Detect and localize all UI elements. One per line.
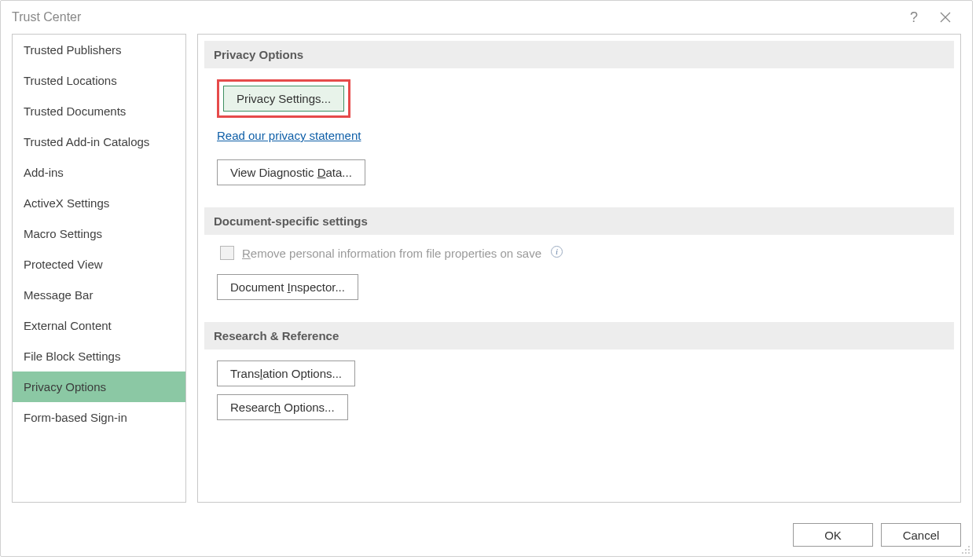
sidebar-item-privacy-options[interactable]: Privacy Options [13,372,185,402]
sidebar-item-trusted-publishers[interactable]: Trusted Publishers [13,35,185,65]
svg-point-3 [965,549,967,551]
sidebar-item-file-block-settings[interactable]: File Block Settings [13,341,185,372]
help-icon[interactable]: ? [898,2,930,33]
translation-options-button[interactable]: Translation Options... [217,361,355,386]
main-panel: Privacy Options Privacy Settings... Read… [197,34,961,503]
document-inspector-button[interactable]: Document Inspector... [217,274,358,300]
titlebar: Trust Center ? [1,1,972,34]
resize-grip-icon[interactable] [959,544,970,555]
dialog-body: Trusted Publishers Trusted Locations Tru… [1,34,972,517]
trust-center-dialog: Trust Center ? Trusted Publishers Truste… [0,0,973,557]
ok-button[interactable]: OK [793,523,873,547]
remove-personal-info-label: Remove personal information from file pr… [242,247,541,260]
section-body-research: Translation Options... Research Options.… [204,361,954,442]
cancel-button[interactable]: Cancel [881,523,961,547]
sidebar-item-message-bar[interactable]: Message Bar [13,280,185,310]
section-body-document-specific: Remove personal information from file pr… [204,246,954,322]
sidebar-item-activex-settings[interactable]: ActiveX Settings [13,188,185,218]
privacy-statement-link[interactable]: Read our privacy statement [217,129,361,142]
highlighted-privacy-settings: Privacy Settings... [217,79,350,118]
close-icon[interactable] [930,2,961,33]
section-body-privacy-options: Privacy Settings... Read our privacy sta… [204,79,954,207]
sidebar: Trusted Publishers Trusted Locations Tru… [12,34,186,503]
svg-point-7 [968,552,970,554]
sidebar-item-protected-view[interactable]: Protected View [13,249,185,280]
sidebar-item-addins[interactable]: Add-ins [13,157,185,188]
info-icon[interactable]: i [551,246,563,258]
window-title: Trust Center [12,10,81,24]
sidebar-item-trusted-locations[interactable]: Trusted Locations [13,65,185,96]
svg-point-4 [968,549,970,551]
sidebar-item-trusted-addin-catalogs[interactable]: Trusted Add-in Catalogs [13,126,185,157]
view-diagnostic-data-button[interactable]: View Diagnostic Data... [217,159,365,185]
research-options-button[interactable]: Research Options... [217,394,348,420]
section-header-privacy-options: Privacy Options [204,41,954,68]
sidebar-item-external-content[interactable]: External Content [13,310,185,341]
svg-point-6 [965,552,967,554]
remove-personal-info-checkbox [220,246,234,260]
privacy-settings-button[interactable]: Privacy Settings... [223,86,344,112]
footer-button-bar: OK Cancel [1,517,972,556]
remove-personal-info-checkbox-row: Remove personal information from file pr… [220,246,945,260]
svg-point-5 [962,552,963,554]
section-header-research: Research & Reference [204,322,954,350]
sidebar-item-trusted-documents[interactable]: Trusted Documents [13,96,185,126]
sidebar-item-macro-settings[interactable]: Macro Settings [13,218,185,249]
section-header-document-specific: Document-specific settings [204,207,954,235]
sidebar-item-form-based-signin[interactable]: Form-based Sign-in [13,402,185,433]
svg-point-2 [968,546,970,547]
